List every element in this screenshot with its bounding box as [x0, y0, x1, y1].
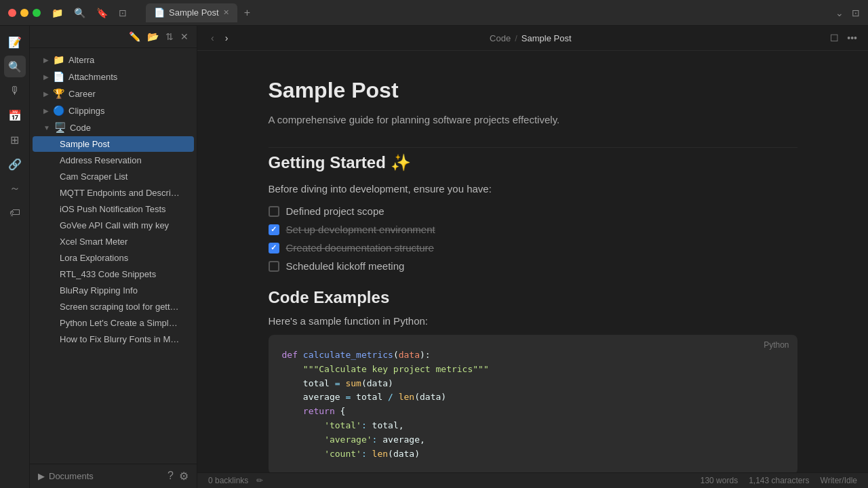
documents-label: Documents: [49, 471, 94, 481]
sidebar-item-alterra[interactable]: ▶ 📁 Alterra: [33, 52, 194, 68]
sidebar-item-xcel[interactable]: Xcel Smart Meter: [33, 234, 194, 249]
checkbox-2[interactable]: [269, 243, 279, 253]
notes-icon[interactable]: 📝: [4, 31, 26, 53]
sidebar-item-clippings[interactable]: ▶ 🔵 Clippings: [33, 102, 194, 119]
chevron-attachments: ▶: [43, 73, 49, 81]
minimize-button[interactable]: [20, 9, 28, 17]
icon-strip: 📝 🔍 🎙 📅 ⊞ 🔗 ～ 🏷: [0, 26, 30, 488]
sidebar-item-code[interactable]: ▼ 🖥️ Code: [33, 119, 194, 136]
breadcrumb-separator: /: [515, 33, 517, 43]
layers-strip-icon[interactable]: ⊞: [4, 129, 26, 150]
close-sidebar-icon[interactable]: ✕: [180, 31, 189, 42]
search-strip-icon[interactable]: 🔍: [4, 56, 26, 77]
section1-title: Getting Started ✨: [269, 153, 797, 172]
sidebar-item-cam-scraper[interactable]: Cam Scraper List: [33, 169, 194, 184]
checkbox-0[interactable]: [269, 206, 279, 217]
sidebar-item-sample-post[interactable]: Sample Post: [33, 136, 194, 152]
bookmark-icon[interactable]: 🔖: [96, 7, 108, 18]
new-folder-icon[interactable]: 📂: [147, 31, 159, 42]
code-line-7: 'average': average,: [282, 433, 784, 447]
sidebar-item-attachments[interactable]: ▶ 📄 Attachments: [33, 68, 194, 85]
sidebar-item-screen-scraping[interactable]: Screen scraping tool for gett…: [33, 299, 194, 314]
sidebar-label-attachments: Attachments: [68, 72, 186, 82]
chevron-clippings: ▶: [43, 107, 49, 115]
breadcrumb-parent[interactable]: Code: [490, 33, 511, 43]
documents-section[interactable]: ▶ Documents: [38, 471, 94, 481]
sidebar-item-python-simple[interactable]: Python Let's Create a Simpl…: [33, 315, 194, 331]
code-block[interactable]: def calculate_metrics(data): """Calculat…: [269, 335, 797, 472]
sort-icon[interactable]: ⇅: [165, 31, 174, 42]
tag-strip-icon[interactable]: 🏷: [4, 202, 26, 224]
sidebar-item-address-reservation[interactable]: Address Reservation: [33, 152, 194, 168]
sidebar-label-clippings: Clippings: [68, 106, 186, 116]
folder-icon[interactable]: 📁: [52, 7, 63, 18]
check-item-1: Set up development environment: [269, 224, 797, 235]
sidebar-label-blurry-fonts: How to Fix Blurry Fonts in M…: [60, 334, 186, 344]
code-line-1: def calculate_metrics(data):: [282, 348, 784, 363]
layout-icon[interactable]: ⊡: [119, 7, 127, 18]
more-options-icon[interactable]: •••: [847, 33, 857, 43]
sidebar-item-mqtt[interactable]: MQTT Endpoints and Descri…: [33, 185, 194, 201]
tab-icon: 📄: [154, 7, 165, 18]
backlinks-status: 0 backlinks: [208, 476, 248, 485]
new-note-icon[interactable]: ✏️: [129, 31, 140, 42]
nav-controls: ‹ ›: [208, 31, 231, 45]
sidebar-content: ▶ 📁 Alterra ▶ 📄 Attachments ▶ 🏆 Career ▶…: [30, 48, 197, 464]
sidebar-label-mqtt: MQTT Endpoints and Descri…: [60, 188, 186, 198]
section-divider-1: [269, 147, 797, 148]
search-icon[interactable]: 🔍: [74, 7, 85, 18]
section2-intro: Here's a sample function in Python:: [269, 315, 797, 327]
link-strip-icon[interactable]: 🔗: [4, 153, 26, 175]
sidebar-label-lora: Lora Explorations: [60, 253, 186, 263]
sidebar-item-career[interactable]: ▶ 🏆 Career: [33, 85, 194, 102]
sidebar-label-code: Code: [70, 123, 186, 133]
check-label-2: Created documentation structure: [286, 242, 434, 253]
activity-strip-icon[interactable]: ～: [4, 178, 26, 199]
chevron-career: ▶: [43, 90, 49, 98]
doc-attachments-icon: 📄: [53, 71, 64, 82]
sidebar-item-ios-push[interactable]: iOS Push Notification Tests: [33, 201, 194, 217]
editor[interactable]: Sample Post A comprehensive guide for pl…: [228, 51, 838, 472]
sidebar-item-lora[interactable]: Lora Explorations: [33, 250, 194, 266]
titlebar: 📁 🔍 🔖 ⊡ 📄 Sample Post ✕ + ⌄ ⊡: [0, 0, 868, 26]
sidebar-label-rtl433: RTL_433 Code Snippets: [60, 269, 186, 279]
nav-forward-button[interactable]: ›: [222, 31, 231, 45]
checkbox-3[interactable]: [269, 261, 279, 272]
active-tab[interactable]: 📄 Sample Post ✕: [146, 3, 237, 22]
settings-icon[interactable]: ⚙: [179, 470, 189, 483]
close-button[interactable]: [8, 9, 16, 17]
nav-back-button[interactable]: ‹: [208, 31, 217, 45]
help-icon[interactable]: ?: [167, 470, 174, 483]
add-tab-button[interactable]: +: [240, 7, 254, 19]
word-count-status: 130 words: [701, 476, 738, 485]
main-layout: 📝 🔍 🎙 📅 ⊞ 🔗 ～ 🏷 ✏️ 📂 ⇅ ✕ ▶ 📁 Alterra ▶: [0, 26, 868, 488]
content-area: ‹ › Code / Sample Post ☐ ••• Sample Post…: [197, 26, 868, 488]
checklist: Defined project scope Set up development…: [269, 205, 797, 272]
traffic-lights: [8, 9, 41, 17]
reading-mode-icon[interactable]: ☐: [830, 33, 839, 43]
sidebar-item-rtl433[interactable]: RTL_433 Code Snippets: [33, 266, 194, 282]
check-label-3: Scheduled kickoff meeting: [286, 260, 405, 272]
sidebar-item-govee[interactable]: GoVee API Call with my key: [33, 218, 194, 233]
breadcrumb: Code / Sample Post: [490, 33, 571, 43]
tab-close-button[interactable]: ✕: [223, 8, 229, 17]
tab-list-icon[interactable]: ⌄: [835, 7, 844, 18]
trophy-career-icon: 🏆: [53, 88, 64, 99]
chevron-code: ▼: [43, 124, 50, 131]
microphone-strip-icon[interactable]: 🎙: [4, 80, 26, 102]
split-view-icon[interactable]: ⊡: [852, 7, 860, 18]
mode-status: Writer/Idle: [821, 476, 857, 485]
sidebar-label-sample-post: Sample Post: [60, 139, 186, 149]
sidebar-label-address-reservation: Address Reservation: [60, 155, 186, 165]
edit-icon[interactable]: ✏: [256, 476, 263, 485]
calendar-strip-icon[interactable]: 📅: [4, 104, 26, 126]
sidebar-label-ios-push: iOS Push Notification Tests: [60, 204, 186, 214]
code-line-5: return {: [282, 405, 784, 419]
sidebar-label-python-simple: Python Let's Create a Simpl…: [60, 318, 186, 328]
sidebar-item-bluray[interactable]: BluRay Ripping Info: [33, 283, 194, 298]
checkbox-1[interactable]: [269, 224, 279, 235]
sidebar-item-blurry-fonts[interactable]: How to Fix Blurry Fonts in M…: [33, 331, 194, 347]
maximize-button[interactable]: [33, 9, 41, 17]
code-line-2: """Calculate key project metrics""": [282, 363, 784, 377]
sidebar-footer-icons: ? ⚙: [167, 470, 189, 483]
